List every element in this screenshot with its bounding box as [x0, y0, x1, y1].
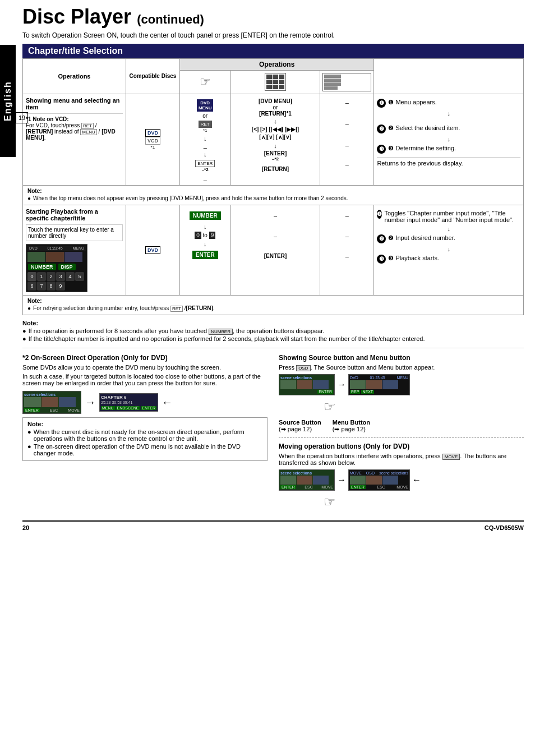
row2-step3-icon: ❸: [377, 255, 386, 264]
dvd-badge: DVD: [145, 129, 160, 137]
row1-desc2: ❷ ❷ Select the desired item.: [377, 125, 520, 133]
left-col: *2 On-Screen Direct Operation (Only for …: [22, 354, 268, 512]
enter-s4: ENTER: [280, 485, 296, 489]
screenshot-after-3: MOVEOSDscene selections ENTER ESC MOVE: [348, 469, 410, 491]
left-note-1: ● When the current disc is not ready for…: [27, 428, 262, 442]
screen-cell-3: [64, 252, 82, 262]
menu-ref-text: (➡ page 12): [333, 426, 370, 433]
screenshots-row-3: scene selections ENTER ESC MOVE →: [279, 469, 524, 491]
row1-desc1-text: ❶ Menu appears.: [388, 99, 436, 106]
icon-col-1: ☞: [179, 70, 230, 94]
dash-r2: –: [233, 233, 319, 239]
screen-before-box-1: scene selections ENTER ESC MOVE: [22, 391, 81, 414]
col-header-empty: [374, 58, 524, 94]
scene-3: [59, 397, 76, 407]
moving-text: When the operation buttons interfere wit…: [279, 453, 524, 466]
arrow-2: ↓: [182, 151, 229, 158]
screen-after-box-2: DVD01:23:45MENU REP NEXT: [348, 374, 410, 395]
menu-small: MENU: [101, 406, 115, 410]
scene-grid-2: [280, 380, 333, 389]
title-main: Disc Player: [22, 5, 131, 28]
bottom-note-2: ● If the title/chapter number is inputte…: [22, 335, 524, 342]
screen-btns-3: REP NEXT: [350, 390, 408, 394]
scene-grid-5: [350, 476, 408, 485]
row2-desc-col: ❶ Toggles "Chapter number input mode", "…: [374, 205, 524, 295]
row2-operation-cell: Starting Playback from a specific chapte…: [23, 205, 126, 295]
vcd-badge: VCD: [145, 137, 160, 145]
row2-remote-col: – – [ENTER]: [230, 205, 320, 295]
chapter-label: CHAPTER 6: [101, 395, 156, 400]
row2-desc3-text: ❸ Playback starts.: [388, 255, 439, 262]
step1-icon: ❶: [377, 99, 386, 108]
number-badge: NUMBER: [190, 211, 221, 220]
row1-touch-col: DVDMENU or RET *1 ↓ – ↓ ENTER –*2 –: [179, 94, 230, 185]
row2-title: Starting Playback from a specific chapte…: [26, 208, 123, 222]
row2-desc1: ❶ Toggles "Chapter number input mode", "…: [377, 210, 520, 223]
note1-bullet: ● When the top menu does not appear even…: [27, 195, 519, 201]
scene-sel-label-2: scene selections: [280, 376, 333, 380]
dvd-menu-btn-icon: DVDMENU: [197, 99, 214, 112]
screen-btns-5: ENTER ESC MOVE: [350, 485, 408, 489]
enter-small-1: ENTER: [24, 408, 40, 412]
ops-header: Operations: [179, 58, 374, 70]
arrow-1: ↓: [182, 135, 229, 142]
source-label-text: Source Button: [279, 419, 321, 426]
scene-grid-1: [24, 397, 80, 407]
screen-cell-2: [46, 252, 64, 262]
scene-sel-label: scene selections: [24, 393, 80, 397]
disp-btn-small: DISP: [58, 264, 76, 270]
moving-title: Moving operation buttons (Only for DVD): [279, 442, 524, 450]
left-note-2-text: The on-screen direct operation of the DV…: [34, 443, 262, 457]
showing-text: Press OSD. The Source button and Menu bu…: [279, 364, 524, 371]
footer-product-code: CQ-VD6505W: [485, 524, 524, 531]
arrow-left-3: ←: [412, 475, 421, 485]
source-ref-text: (➡ page 12): [279, 426, 321, 433]
row2-desc1-text: Toggles "Chapter number input mode", "Ti…: [384, 210, 520, 223]
enter-badge-display: ENTER: [192, 251, 218, 259]
rep-btn: REP: [350, 390, 360, 394]
enter-s2: ENTER: [317, 390, 333, 394]
arrow-5: ↓: [182, 223, 229, 230]
screenshots-row-2: scene selections ENTER → DVD01:23:45MENU: [279, 374, 524, 395]
arrow-3: ↓: [233, 118, 319, 125]
key-9: 9: [56, 282, 65, 291]
screenshot-after-2: DVD01:23:45MENU REP NEXT: [348, 374, 410, 395]
screen-header-3: MOVEOSDscene selections: [350, 471, 408, 475]
key-2: 2: [47, 272, 56, 281]
scene-j: [350, 476, 366, 485]
dvd-menu-touch-icon: DVDMENU: [182, 99, 229, 112]
scene-f: [382, 380, 398, 389]
row1-compatible-cell: DVD VCD *1: [126, 94, 179, 185]
row2-desc2: ❷ ❷ Input desired number.: [377, 234, 520, 243]
dvd-menu-remote-btn: [DVD MENU]: [233, 98, 319, 104]
return-remote-btn: [RETURN]*1: [233, 110, 319, 117]
chapter-numbers: 25:23 30:53 39:41: [101, 400, 156, 404]
scene-btns-2: ENTER: [280, 390, 333, 394]
return-remote-btn2: [RETURN]: [233, 166, 319, 172]
arrow-right-2: →: [337, 380, 346, 390]
scene-a: [280, 380, 296, 389]
row2-note-row: Note: ● For retrying selection during nu…: [23, 295, 524, 315]
asterisk-note: *1: [129, 145, 177, 150]
menu-label-group: Menu Button (➡ page 12): [333, 417, 370, 433]
row2-compatible-cell: DVD: [126, 205, 179, 295]
showing-source-title: Showing Source button and Menu button: [279, 354, 524, 362]
next-btn: NEXT: [361, 390, 374, 394]
note2-bullet: ● For retrying selection during number e…: [27, 305, 519, 311]
left-note-1-text: When the current disc is not ready for t…: [34, 428, 262, 442]
strip-remote-icon: [322, 73, 371, 91]
screen-bar: DVD01:23:45MENU: [27, 246, 86, 251]
arrow-right-3: →: [337, 475, 346, 485]
row2-step2-icon: ❷: [377, 234, 386, 243]
row1-operation-cell: Showing menu and selecting an item *1 No…: [23, 94, 126, 185]
compatible-header: Compatible Discs: [129, 73, 176, 79]
screen-header-2: DVD01:23:45MENU: [350, 376, 408, 380]
row2-step1-icon: ❶: [377, 210, 382, 219]
bottom-notes-section: Note: ● If no operation is performed for…: [22, 320, 524, 342]
esc-4: ESC: [305, 485, 312, 489]
step3-icon: ❸: [377, 145, 386, 154]
row2-dvd-badge: DVD: [145, 246, 160, 254]
row2-desc3: ❸ ❸ Playback starts.: [377, 255, 520, 264]
key-8: 8: [47, 282, 56, 291]
screen-before-box-2: scene selections ENTER: [279, 374, 335, 395]
